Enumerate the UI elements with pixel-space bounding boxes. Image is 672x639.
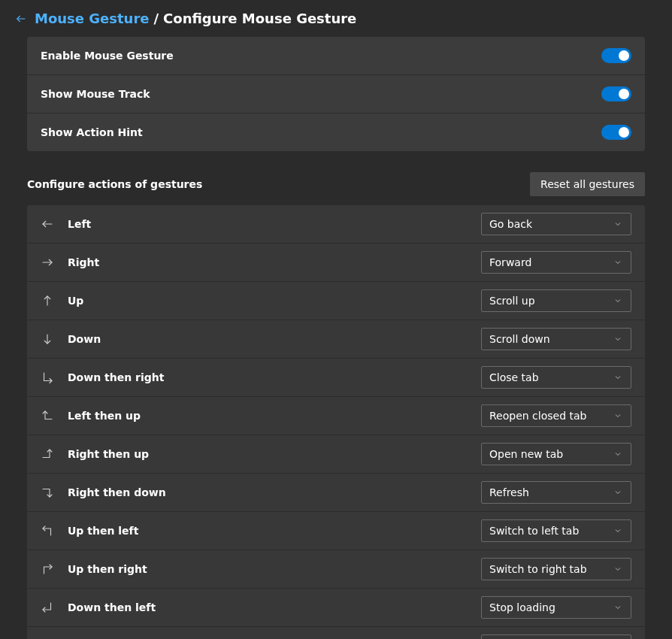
gesture-row: Up then right Switch to right tab <box>27 550 645 589</box>
settings-group: Enable Mouse Gesture Show Mouse Track Sh… <box>27 37 645 151</box>
gesture-info: Right then up <box>41 447 149 461</box>
gesture-action-value: Go back <box>489 218 532 230</box>
gesture-row: Down Scroll down <box>27 320 645 359</box>
gesture-name: Down then left <box>68 601 156 613</box>
setting-label: Enable Mouse Gesture <box>41 50 174 62</box>
chevron-down-icon <box>613 334 623 344</box>
arrow-right-icon <box>41 256 54 269</box>
gesture-action-value: Open new tab <box>489 448 563 460</box>
gesture-action-select[interactable]: Scroll down <box>481 328 631 350</box>
chevron-down-icon <box>613 295 623 306</box>
arrow-left-icon <box>41 217 54 231</box>
toggle-switch[interactable] <box>601 125 631 140</box>
gesture-action-value: Scroll up <box>489 295 535 307</box>
back-arrow-icon[interactable] <box>14 11 29 26</box>
setting-label: Show Action Hint <box>41 126 143 138</box>
arrow-up-icon <box>41 294 54 307</box>
gesture-name: Down <box>68 333 101 345</box>
gesture-info: Right <box>41 256 99 269</box>
gesture-info: Up then right <box>41 562 147 576</box>
breadcrumb: Mouse Gesture / Configure Mouse Gesture <box>35 11 356 26</box>
chevron-down-icon <box>613 219 623 229</box>
setting-row: Show Action Hint <box>27 114 645 151</box>
gesture-name: Right then up <box>68 448 149 460</box>
gesture-section-title: Configure actions of gestures <box>27 178 202 190</box>
gesture-action-select[interactable]: Switch to right tab <box>481 558 631 580</box>
gesture-name: Right then down <box>68 486 166 498</box>
gesture-action-select[interactable]: Refresh <box>481 481 631 504</box>
gesture-info: Down then right <box>41 371 164 384</box>
up-left-icon <box>41 524 54 538</box>
chevron-down-icon <box>613 487 623 498</box>
content-area: Enable Mouse Gesture Show Mouse Track Sh… <box>0 37 672 639</box>
toggle-switch[interactable] <box>601 86 631 101</box>
setting-label: Show Mouse Track <box>41 88 150 100</box>
breadcrumb-parent-link[interactable]: Mouse Gesture <box>35 11 149 26</box>
gesture-action-select[interactable]: Scroll up <box>481 289 631 312</box>
down-left-icon <box>41 601 54 614</box>
gesture-action-value: Forward <box>489 256 531 268</box>
chevron-down-icon <box>613 372 623 383</box>
chevron-down-icon <box>613 564 623 574</box>
arrow-down-icon <box>41 332 54 346</box>
gesture-name: Up then right <box>68 563 147 575</box>
gesture-info: Right then down <box>41 486 166 499</box>
gesture-action-select[interactable]: Stop loading <box>481 596 631 619</box>
left-up-icon <box>41 409 54 422</box>
gesture-action-select[interactable]: Go back <box>481 213 631 235</box>
up-right-icon <box>41 562 54 576</box>
gesture-info: Left then up <box>41 409 141 422</box>
chevron-down-icon <box>613 525 623 536</box>
gesture-action-value: Refresh <box>489 486 529 498</box>
gesture-info: Down <box>41 332 101 346</box>
gesture-row: Down then left Stop loading <box>27 589 645 627</box>
gesture-action-value: Switch to left tab <box>489 525 579 537</box>
gesture-action-select[interactable]: Close tab <box>481 366 631 389</box>
gesture-action-select[interactable]: Forward <box>481 251 631 274</box>
chevron-down-icon <box>613 449 623 459</box>
gesture-action-select[interactable]: Switch to left tab <box>481 519 631 542</box>
gesture-info: Down then left <box>41 601 156 614</box>
page-header: Mouse Gesture / Configure Mouse Gesture <box>0 0 672 37</box>
gesture-action-value: Stop loading <box>489 601 555 613</box>
gesture-name: Down then right <box>68 371 164 383</box>
reset-all-gestures-button[interactable]: Reset all gestures <box>530 172 645 196</box>
setting-row: Show Mouse Track <box>27 75 645 114</box>
breadcrumb-current: Configure Mouse Gesture <box>163 11 356 26</box>
setting-row: Enable Mouse Gesture <box>27 37 645 75</box>
gesture-action-value: Switch to right tab <box>489 563 587 575</box>
gesture-row: Left then up Reopen closed tab <box>27 397 645 435</box>
gesture-name: Right <box>68 256 99 268</box>
gesture-row: Down then right Close tab <box>27 359 645 397</box>
gesture-row: Right then down Refresh <box>27 474 645 512</box>
chevron-down-icon <box>613 257 623 268</box>
gesture-row: Left Go back <box>27 205 645 244</box>
gesture-name: Up then left <box>68 525 138 537</box>
gesture-info: Up <box>41 294 83 307</box>
gesture-action-select[interactable]: Open new tab <box>481 443 631 465</box>
gesture-action-value: Reopen closed tab <box>489 410 586 422</box>
gesture-section-header: Configure actions of gestures Reset all … <box>27 172 645 196</box>
gesture-name: Left then up <box>68 410 141 422</box>
gesture-info: Left <box>41 217 91 231</box>
breadcrumb-separator: / <box>153 11 159 26</box>
gesture-info: Up then left <box>41 524 138 538</box>
gesture-action-value: Scroll down <box>489 333 550 345</box>
toggle-switch[interactable] <box>601 48 631 63</box>
gesture-action-value: Close tab <box>489 371 539 383</box>
right-down-icon <box>41 486 54 499</box>
right-up-icon <box>41 447 54 461</box>
chevron-down-icon <box>613 410 623 421</box>
gesture-row: Right Forward <box>27 244 645 282</box>
gesture-name: Up <box>68 295 83 307</box>
gesture-row: Left then down Close all tabs <box>27 627 645 639</box>
gesture-action-select[interactable]: Reopen closed tab <box>481 404 631 427</box>
down-right-icon <box>41 371 54 384</box>
chevron-down-icon <box>613 602 623 613</box>
gesture-row: Right then up Open new tab <box>27 435 645 474</box>
gesture-row: Up then left Switch to left tab <box>27 512 645 550</box>
gesture-list: Left Go back Right Forward Up Scroll up … <box>27 205 645 639</box>
gesture-row: Up Scroll up <box>27 282 645 320</box>
gesture-action-select[interactable]: Close all tabs <box>481 634 631 639</box>
gesture-name: Left <box>68 218 91 230</box>
